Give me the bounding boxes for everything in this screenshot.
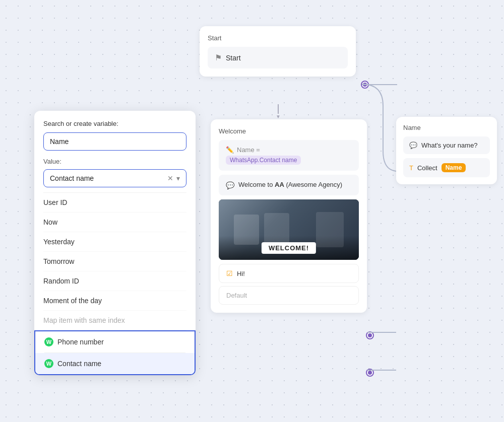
name-node-title: Name (403, 124, 490, 131)
welcome-image: 🖼 WELCOME! (219, 199, 359, 260)
select-current-value: Contact name (50, 174, 167, 182)
list-item[interactable]: Tomorrow (43, 252, 186, 271)
whatsapp-phone-item[interactable]: W Phone number (44, 331, 185, 353)
default-text: Default (226, 292, 247, 299)
list-item[interactable]: Moment of the day (43, 291, 186, 311)
right-connector-line (362, 84, 397, 85)
connector-dot-1 (367, 332, 373, 338)
checkbox-icon: ☑ (226, 269, 233, 277)
collect-badge: Name (442, 163, 466, 172)
name-node: Name 💬 What's your name? T Collect Name (396, 117, 497, 184)
start-node-title: Start (208, 34, 348, 42)
whatsapp-section: W Phone number W Contact name (34, 330, 196, 375)
chat-bubble-icon: 💬 (226, 181, 234, 189)
whatsapp-contact-tag: WhatsApp.Contact name (226, 156, 301, 165)
message-icon: 💬 (409, 142, 417, 149)
welcome-node: Welcome ✏️ Name = WhatsApp.Contact name … (211, 119, 367, 313)
image-content: WELCOME! (219, 199, 359, 260)
name-variable-item: ✏️ Name = WhatsApp.Contact name (219, 140, 359, 171)
welcome-title: Welcome (219, 127, 359, 135)
start-inner: ⚑ Start (208, 47, 348, 68)
value-select[interactable]: Contact name ✕ ▾ (43, 169, 186, 187)
list-item[interactable]: Now (43, 213, 186, 232)
name-message: What's your name? (421, 142, 478, 149)
whatsapp-icon: W (44, 359, 53, 368)
clear-icon[interactable]: ✕ (167, 174, 173, 182)
select-actions: ✕ ▾ (167, 174, 180, 182)
welcome-text-item: 💬 Welcome to AA (Awesome Agency) (219, 175, 359, 195)
search-label: Search or create variable: (43, 120, 186, 127)
list-item[interactable]: Yesterday (43, 232, 186, 252)
whatsapp-contact-item[interactable]: W Contact name (35, 353, 195, 374)
list-item[interactable]: Random ID (43, 271, 186, 291)
search-input[interactable] (43, 132, 186, 151)
name-message-item: 💬 What's your name? (403, 136, 490, 154)
start-label: Start (226, 54, 241, 62)
whatsapp-icon: W (44, 337, 53, 346)
dropdown-panel: Search or create variable: Value: Contac… (34, 111, 196, 375)
name-prefix: Name = (237, 146, 260, 154)
dropdown-list: User ID Now Yesterday Tomorrow Random ID… (43, 192, 186, 330)
connector-dot-2 (367, 370, 373, 376)
start-node: Start ⚑ Start (200, 26, 356, 77)
chevron-down-icon[interactable]: ▾ (176, 174, 180, 182)
image-inner: 🖼 WELCOME! (219, 199, 359, 260)
welcome-text: Welcome to AA (Awesome Agency) (238, 181, 342, 188)
name-row: ✏️ Name = (226, 146, 352, 154)
phone-number-label: Phone number (57, 338, 104, 346)
default-item: Default (219, 286, 359, 305)
collect-item: T Collect Name (403, 158, 490, 177)
canvas: Start ⚑ Start Welcome ✏️ Name = WhatsApp… (0, 0, 504, 422)
down-arrow (278, 104, 279, 119)
hi-text: Hi! (237, 270, 245, 277)
collect-icon: T (409, 164, 413, 172)
contact-name-label: Contact name (57, 360, 101, 368)
pencil-icon: ✏️ (226, 146, 234, 154)
hi-item: ☑ Hi! (219, 264, 359, 283)
collect-label: Collect (417, 164, 437, 172)
welcome-banner: WELCOME! (262, 242, 316, 254)
value-label: Value: (43, 158, 186, 165)
flag-icon: ⚑ (215, 53, 222, 62)
list-item[interactable]: User ID (43, 193, 186, 213)
list-item[interactable]: Map item with same index (43, 311, 186, 330)
